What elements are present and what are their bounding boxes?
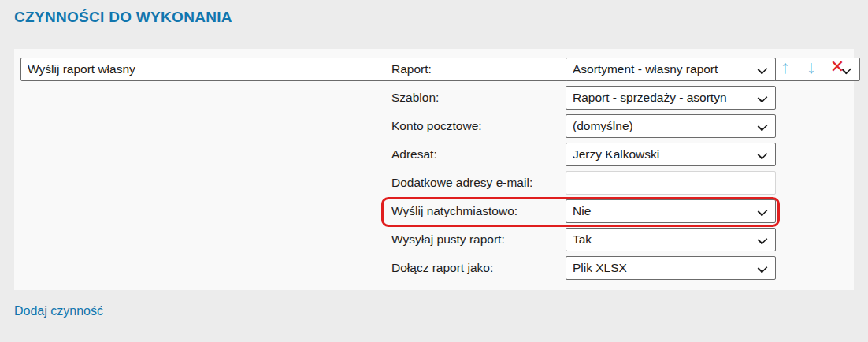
szablon-select-value: Raport - sprzedaży - asortyn [573,87,755,109]
chevron-down-icon [758,263,768,273]
field-szablon: Raport - sprzedaży - asortyn [566,86,776,110]
field-label-wyslij-natychmiastowo: Wyślij natychmiastowo: [391,199,561,223]
dolacz-raport-jako-select-value: Plik XLSX [573,257,755,279]
delete-x-icon: ✕ [830,58,844,76]
actions-panel-screen: CZYNNOŚCI DO WYKONANIA Wyślij raport wła… [0,0,868,342]
move-down-button[interactable]: ↓ [801,56,822,78]
field-label-raport: Raport: [391,58,561,81]
move-up-button[interactable]: ↑ [775,56,796,78]
form-row-wysylaj-pusty-raport: Wysyłaj pusty raport:Tak [391,228,776,251]
page-title: CZYNNOŚCI DO WYKONANIA [14,9,232,26]
arrow-up-icon: ↑ [781,58,790,76]
action-form: Raport:Asortyment - własny raportSzablon… [14,49,854,290]
field-label-wysylaj-pusty-raport: Wysyłaj pusty raport: [391,228,561,251]
wyslij-natychmiastowo-select-value: Nie [573,200,755,222]
field-label-dodatkowe-adresy-email: Dodatkowe adresy e-mail: [391,171,561,195]
delete-action-button[interactable]: ✕ [827,56,848,78]
adresat-select[interactable]: Jerzy Kalkowski [566,143,776,166]
form-row-szablon: Szablon:Raport - sprzedaży - asortyn [391,86,776,110]
form-row-dolacz-raport-jako: Dołącz raport jako:Plik XLSX [391,256,776,280]
form-row-wyslij-natychmiastowo: Wyślij natychmiastowo:Nie [391,199,776,223]
field-konto-pocztowe: (domyślne) [566,114,776,138]
chevron-down-icon [758,93,768,103]
adresat-select-value: Jerzy Kalkowski [573,143,755,165]
arrow-down-icon: ↓ [807,58,816,76]
chevron-down-icon [758,235,768,245]
konto-pocztowe-select-value: (domyślne) [573,115,755,137]
action-config-panel: Wyślij raport własny Raport:Asortyment -… [14,49,854,290]
field-wysylaj-pusty-raport: Tak [566,228,776,251]
field-raport: Asortyment - własny raport [566,58,776,81]
konto-pocztowe-select[interactable]: (domyślne) [566,114,776,138]
chevron-down-icon [758,65,768,75]
field-dolacz-raport-jako: Plik XLSX [566,256,776,280]
szablon-select[interactable]: Raport - sprzedaży - asortyn [566,86,776,110]
raport-select[interactable]: Asortyment - własny raport [566,58,776,81]
form-row-adresat: Adresat:Jerzy Kalkowski [391,143,776,166]
field-label-adresat: Adresat: [391,143,561,166]
form-row-konto-pocztowe: Konto pocztowe:(domyślne) [391,114,776,138]
chevron-down-icon [758,150,768,160]
field-wyslij-natychmiastowo: Nie [566,199,776,223]
chevron-down-icon [758,121,768,132]
chevron-down-icon [758,206,768,217]
field-label-dolacz-raport-jako: Dołącz raport jako: [391,256,561,280]
wyslij-natychmiastowo-select[interactable]: Nie [566,199,776,223]
add-action-link[interactable]: Dodaj czynność [14,304,103,318]
field-dodatkowe-adresy-email [566,171,776,195]
form-row-dodatkowe-adresy-email: Dodatkowe adresy e-mail: [391,171,776,195]
field-label-konto-pocztowe: Konto pocztowe: [391,114,561,138]
field-label-szablon: Szablon: [391,86,561,110]
dolacz-raport-jako-select[interactable]: Plik XLSX [566,256,776,280]
wysylaj-pusty-raport-select-value: Tak [573,229,755,251]
field-adresat: Jerzy Kalkowski [566,143,776,166]
form-row-raport: Raport:Asortyment - własny raport [391,58,776,81]
raport-select-value: Asortyment - własny raport [573,58,755,80]
dodatkowe-adresy-email-input[interactable] [566,171,776,195]
row-controls: ↑ ↓ ✕ [775,56,848,78]
wysylaj-pusty-raport-select[interactable]: Tak [566,228,776,251]
